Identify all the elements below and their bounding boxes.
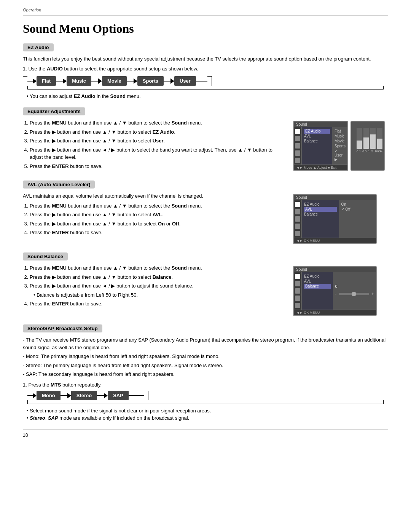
equalizer-screen: Sound EZ Audio AVL Balance bbox=[293, 119, 388, 171]
tv-left-icons-eq bbox=[294, 127, 302, 165]
page-title: Sound Menu Options bbox=[23, 22, 388, 36]
balance-step4: Press the ENTER button to save. bbox=[30, 300, 287, 308]
badge-ez-audio: EZ Audio bbox=[23, 43, 54, 51]
top-divider bbox=[23, 15, 388, 16]
bottom-divider bbox=[23, 429, 388, 430]
section-stereo: Stereo/SAP Broadcasts Setup The TV can r… bbox=[23, 324, 388, 421]
flow-mono: Mono bbox=[37, 391, 61, 400]
equalizer-steps: Press the MENU button and then use ▲ / ▼… bbox=[23, 119, 287, 172]
avl-content: AVL maintains an equal volume level auto… bbox=[23, 192, 287, 239]
tv-left-icons-avl bbox=[294, 200, 302, 238]
tv-left-icons-balance bbox=[294, 272, 302, 310]
stereo-flow: Mono Stereo SAP bbox=[23, 391, 388, 404]
tv-footer-balance: ◄► OK MENU bbox=[294, 310, 376, 315]
tv-footer-avl: ◄► OK MENU bbox=[294, 238, 376, 243]
tv-center-balance: EZ Audio AVL Balance bbox=[302, 272, 333, 310]
stereo-note2: Stereo, SAP mode are available only if i… bbox=[27, 415, 388, 421]
stereo-step1: 1. Press the MTS button repeatedly. bbox=[23, 381, 388, 389]
tv-center-avl: EZ Audio AVL Balance bbox=[302, 200, 339, 238]
tv-menu-title-eq: Sound bbox=[294, 121, 347, 127]
avl-description: AVL maintains an equal volume level auto… bbox=[23, 192, 287, 200]
balance-step1: Press the MENU button and then use ▲ / ▼… bbox=[30, 264, 287, 272]
tv-footer-eq: ◄► Move ▲ Adjust ■ Exit bbox=[294, 165, 347, 170]
tv-menu-title-balance: Sound bbox=[294, 267, 376, 272]
balance-note: Balance is adjustable from Left 50 to Ri… bbox=[33, 291, 287, 299]
badge-avl: AVL (Auto Volume Leveler) bbox=[23, 181, 95, 189]
stereo-note1: Select mono sound mode if the signal is … bbox=[27, 408, 388, 414]
badge-sound-balance: Sound Balance bbox=[23, 252, 68, 260]
breadcrumb: Operation bbox=[23, 8, 388, 12]
ez-audio-flow: Flat Music Movie Sports User bbox=[23, 76, 388, 89]
avl-screen: Sound EZ Audio AVL Balance bbox=[293, 192, 388, 244]
tv-menu-title-avl: Sound bbox=[294, 195, 376, 200]
eq-step2: Press the ▶ button and then use ▲ / ▼ bu… bbox=[30, 128, 287, 136]
tv-right-balance: 0 - + bbox=[333, 272, 376, 310]
eq-bars-screen: 0.1 0.5 1 5 10KHz bbox=[350, 121, 385, 171]
balance-step3: Press the ▶ button and then use ◄ / ▶ bu… bbox=[30, 282, 287, 299]
flow-music: Music bbox=[67, 76, 91, 86]
stereo-bullet3: Stereo: The primary language is heard fr… bbox=[23, 362, 388, 369]
flow-flat: Flat bbox=[37, 76, 56, 86]
badge-stereo: Stereo/SAP Broadcasts Setup bbox=[23, 324, 102, 332]
stereo-bullet4: SAP: The secondary language is heard fro… bbox=[23, 371, 388, 378]
avl-step4: Press the ENTER button to save. bbox=[30, 229, 287, 236]
eq-step3: Press the ▶ button and then use ▲ / ▼ bu… bbox=[30, 137, 287, 145]
eq-frequency-labels: 0.1 0.5 1 5 10KHz bbox=[354, 150, 382, 153]
stereo-bullet2: Mono: The primary language is heard from… bbox=[23, 353, 388, 360]
stereo-bullet1: The TV can receive MTS stereo programs a… bbox=[23, 336, 388, 351]
flow-stereo: Stereo bbox=[71, 391, 97, 400]
section-sound-balance: Sound Balance Press the MENU button and … bbox=[23, 252, 388, 316]
flow-user: User bbox=[174, 76, 196, 86]
ez-audio-step1: 1. Use the AUDIO button to select the ap… bbox=[23, 65, 388, 73]
flow-sap: SAP bbox=[108, 391, 129, 400]
avl-step1: Press the MENU button and then use ▲ / ▼… bbox=[30, 202, 287, 210]
section-ez-audio: EZ Audio This function lets you enjoy th… bbox=[23, 43, 388, 99]
eq-step1: Press the MENU button and then use ▲ / ▼… bbox=[30, 119, 287, 127]
balance-content: Press the MENU button and then use ▲ / ▼… bbox=[23, 264, 287, 310]
tv-right-avl: On ✓ Off bbox=[339, 200, 376, 238]
tv-center-eq: EZ Audio AVL Balance bbox=[302, 127, 332, 165]
eq-step5: Press the ENTER button to save. bbox=[30, 163, 287, 170]
badge-equalizer: Equalizer Adjustments bbox=[23, 107, 85, 115]
flow-sports: Sports bbox=[137, 76, 164, 86]
avl-step3: Press the ▶ button and then use ▲ / ▼ bu… bbox=[30, 220, 287, 228]
balance-step2: Press the ▶ button and then use ▲ / ▼ bu… bbox=[30, 273, 287, 281]
section-avl: AVL (Auto Volume Leveler) AVL maintains … bbox=[23, 181, 388, 244]
ez-audio-description: This function lets you enjoy the best so… bbox=[23, 55, 388, 63]
flow-movie: Movie bbox=[102, 76, 127, 86]
section-equalizer: Equalizer Adjustments Press the MENU but… bbox=[23, 107, 388, 172]
stereo-bullets: The TV can receive MTS stereo programs a… bbox=[23, 336, 388, 378]
avl-step2: Press the ▶ button and then use ▲ / ▼ bu… bbox=[30, 211, 287, 219]
balance-screen: Sound EZ Audio AVL Balance bbox=[293, 264, 388, 316]
page-number: 18 bbox=[23, 433, 388, 438]
ez-audio-note: You can also adjust EZ Audio in the Soun… bbox=[27, 93, 388, 99]
eq-step4: Press the ▶ button and then use ◄ / ▶ bu… bbox=[30, 146, 287, 161]
tv-right-eq: Flat Music Movie Sports ✓ User ▶ bbox=[332, 127, 348, 165]
